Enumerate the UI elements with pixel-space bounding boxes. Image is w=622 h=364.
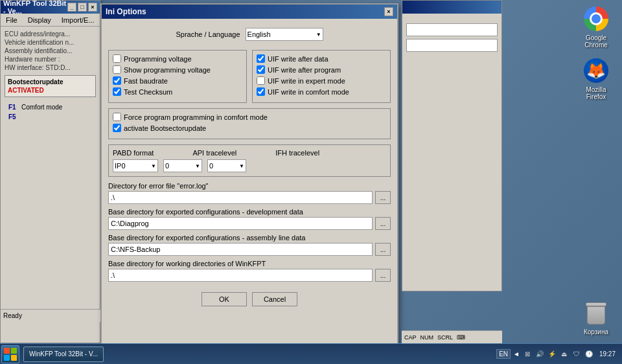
checkbox-force-comfort: Force program programming in comfort mod… xyxy=(113,113,386,121)
winkfp-content: ECU address/integra... Vehicle identific… xyxy=(1,27,100,130)
language-select[interactable]: English German French xyxy=(246,28,323,41)
dir-error-log-section: Directory for error file "error.log" ... xyxy=(108,182,391,204)
api-select[interactable]: 0 1 2 xyxy=(163,159,202,172)
chk-test-checksum[interactable] xyxy=(113,87,121,96)
minimize-button[interactable]: _ xyxy=(67,3,76,12)
taskbar-winkfp[interactable]: WinKFP Tool 32Bit - V... xyxy=(23,347,104,362)
dir-dev-data-input[interactable] xyxy=(108,217,373,230)
winkfp-window: WinKFP Tool 32Bit - Ve... _ □ × File Dis… xyxy=(0,0,100,343)
vehicle-id-label: Vehicle identification n... xyxy=(5,39,96,46)
bootsector-title: Bootsectorupdate xyxy=(8,78,93,85)
desktop: Google Chrome Mozilla Firefox TC Total C… xyxy=(0,0,622,364)
options-panels: Programming voltage Show programming vol… xyxy=(108,50,391,103)
dir-dev-data-browse[interactable]: ... xyxy=(375,217,391,230)
language-label: Sprache / Language xyxy=(176,30,240,38)
fn-buttons: F1 Comfort mode F5 xyxy=(5,101,96,126)
keyboard-icon: ⌨ xyxy=(457,334,465,341)
num-indicator: NUM xyxy=(420,334,434,341)
chrome-label: Google Chrome xyxy=(576,34,616,49)
close-button[interactable]: × xyxy=(88,3,97,12)
scrl-indicator: SCRL xyxy=(437,334,453,341)
ini-close-button[interactable]: × xyxy=(384,7,393,16)
checkbox-activate-bootsector: activate Bootsectorupdate xyxy=(113,124,386,132)
chk-fast-baudrate[interactable] xyxy=(113,76,121,85)
winkfp-title: WinKFP Tool 32Bit - Ve... xyxy=(3,0,67,15)
f5-row: F5 xyxy=(8,113,92,120)
winkfp-menubar: File Display Import/E... xyxy=(1,14,100,27)
taskbar-winkfp-label: WinKFP Tool 32Bit - V... xyxy=(29,350,98,358)
language-row: Sprache / Language English German French xyxy=(108,25,391,43)
api-select-wrapper: 0 1 2 xyxy=(163,159,202,172)
ok-button[interactable]: OK xyxy=(202,292,247,306)
tray-clock-icon: 🕐 xyxy=(584,349,594,359)
firefox-icon xyxy=(583,58,609,84)
dialog-buttons: OK Cancel xyxy=(108,288,391,306)
ifh-select-wrapper: 0 1 2 xyxy=(207,159,246,172)
desktop-icon-firefox[interactable]: Mozilla Firefox xyxy=(573,55,619,103)
dir-working-label: Base directory for working directories o… xyxy=(108,260,391,267)
dir-assembly-browse[interactable]: ... xyxy=(375,243,391,256)
ini-title: Ini Options xyxy=(106,7,146,16)
trash-icon xyxy=(583,300,609,326)
ini-content: Sprache / Language English German French… xyxy=(102,19,397,355)
f1-key: F1 xyxy=(8,104,21,111)
menu-file[interactable]: File xyxy=(3,15,20,25)
start-button[interactable] xyxy=(1,345,19,363)
desktop-icon-trash[interactable]: Корзина xyxy=(573,297,619,338)
dir-error-log-browse[interactable]: ... xyxy=(375,191,391,204)
dir-assembly-section: Base directory for exported configuratio… xyxy=(108,234,391,256)
chk-force-comfort[interactable] xyxy=(113,113,121,121)
tray-volume-icon: 🔊 xyxy=(535,349,545,359)
dir-working-browse[interactable]: ... xyxy=(375,269,391,282)
taskbar-items: WinKFP Tool 32Bit - V... xyxy=(21,347,492,362)
hw-interface-label: HW interface: STD:D... xyxy=(5,64,96,71)
chk-show-programming-voltage[interactable] xyxy=(113,65,121,74)
f5-key: F5 xyxy=(8,113,21,120)
chk-programming-voltage[interactable] xyxy=(113,54,121,63)
cancel-button[interactable]: Cancel xyxy=(252,292,297,306)
taskbar-tray: EN ◄ ⊠ 🔊 ⚡ ⏏ 🛡 🕐 19:27 xyxy=(492,349,622,359)
chk-uif-after-program[interactable] xyxy=(257,65,265,74)
maximize-button[interactable]: □ xyxy=(78,3,87,12)
ini-titlebar: Ini Options × xyxy=(102,5,397,19)
chk-fast-baudrate-label: Fast baudrate xyxy=(124,77,168,85)
checkbox-uif-after-data: UIF write after data xyxy=(257,54,386,63)
bootsector-status: ACTIVATED xyxy=(8,87,93,94)
windows-logo xyxy=(4,348,17,361)
hardware-number-label: Hardware number : xyxy=(5,56,96,63)
right-panel-title xyxy=(402,1,501,14)
dir-dev-data-section: Base directory for exported configuratio… xyxy=(108,208,391,230)
chk-test-checksum-label: Test Checksum xyxy=(124,88,172,96)
ifh-select[interactable]: 0 1 2 xyxy=(207,159,246,172)
desktop-icon-chrome[interactable]: Google Chrome xyxy=(573,3,619,51)
win-logo-r xyxy=(11,355,17,361)
ifh-tracelevel-label: IFH tracelevel xyxy=(275,149,319,157)
chk-uif-after-data-label: UIF write after data xyxy=(268,55,328,63)
dir-assembly-input[interactable] xyxy=(108,243,373,256)
chk-uif-comfort-mode-label: UIF write in comfort mode xyxy=(268,88,349,96)
chk-activate-bootsector[interactable] xyxy=(113,124,121,132)
chk-uif-expert-mode[interactable] xyxy=(257,76,265,85)
right-input-2[interactable] xyxy=(406,39,498,52)
right-options-panel: UIF write after data UIF write after pro… xyxy=(252,50,391,103)
dir-working-section: Base directory for working directories o… xyxy=(108,260,391,282)
chrome-icon xyxy=(583,6,609,32)
chk-uif-after-data[interactable] xyxy=(257,54,265,63)
checkbox-fast-baudrate: Fast baudrate xyxy=(113,76,242,85)
chk-uif-comfort-mode[interactable] xyxy=(257,87,265,96)
right-input-1[interactable] xyxy=(406,23,498,36)
dir-working-input[interactable] xyxy=(108,269,373,282)
menu-display[interactable]: Display xyxy=(25,15,54,25)
menu-import[interactable]: Import/E... xyxy=(59,15,97,25)
checkbox-show-programming-voltage: Show programming voltage xyxy=(113,65,242,74)
right-top-panel xyxy=(402,0,502,19)
pabd-select[interactable]: IP0 IP1 IP2 xyxy=(113,159,158,172)
checkbox-uif-after-program: UIF write after program xyxy=(257,65,386,74)
bootsector-section: Bootsectorupdate ACTIVATED xyxy=(5,75,96,97)
ecu-address-label: ECU address/integra... xyxy=(5,30,96,38)
checkbox-test-checksum: Test Checksum xyxy=(113,87,242,96)
tray-shield-icon: 🛡 xyxy=(571,349,582,359)
dir-error-log-input[interactable] xyxy=(108,191,373,204)
dir-working-row: ... xyxy=(108,269,391,282)
win-logo-e xyxy=(4,355,10,361)
